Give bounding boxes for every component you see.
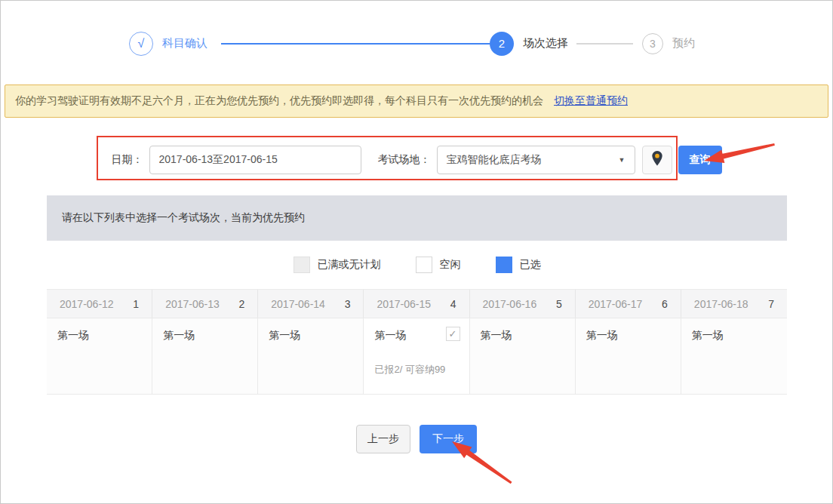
chevron-down-icon: ▼ [619,156,626,164]
step2-label: 场次选择 [523,36,568,51]
date-column-header: 2017-06-18 7 [681,290,787,318]
session-cell[interactable]: 第一场 [152,318,258,394]
step3-label: 预约 [672,36,695,51]
step3-badge: 3 [642,33,663,54]
legend-swatch-full [294,257,310,273]
booking-page: √ 科目确认 2 场次选择 3 预约 你的学习驾驶证明有效期不足六个月，正在为您… [0,0,833,504]
legend-label-full: 已满或无计划 [318,258,381,272]
legend-label-free: 空闲 [440,258,461,272]
notice-text: 你的学习驾驶证明有效期不足六个月，正在为您优先预约，优先预约即选即得，每个科目只… [15,94,543,108]
filter-row: 日期： 考试场地： 宝鸡智能化底店考场 ▼ 查询 [1,146,832,174]
venue-select[interactable]: 宝鸡智能化底店考场 ▼ [437,146,635,174]
legend-label-selected: 已选 [520,258,541,272]
map-pin-icon [650,150,665,170]
legend: 已满或无计划 空闲 已选 [47,241,787,289]
stepper: √ 科目确认 2 场次选择 3 预约 [1,32,832,57]
table-caption: 请在以下列表中选择一个考试场次，当前为优先预约 [47,195,787,241]
date-column-header: 2017-06-12 1 [47,290,152,318]
previous-step-button[interactable]: 上一步 [356,425,410,453]
date-range-input[interactable] [149,146,361,174]
date-column-header: 2017-06-15 4 [364,290,469,318]
legend-swatch-selected [496,257,512,273]
venue-label: 考试场地： [378,153,431,167]
search-button[interactable]: 查询 [678,146,722,174]
date-label: 日期： [112,153,143,167]
date-column-header: 2017-06-13 2 [152,290,258,318]
session-table: 请在以下列表中选择一个考试场次，当前为优先预约 已满或无计划 空闲 已选 201… [47,195,787,395]
session-checkbox-checked[interactable]: ✓ [446,327,460,341]
session-cell[interactable]: 第一场 [470,318,576,394]
step1-check-icon: √ [129,32,153,56]
session-cell[interactable]: 第一场 [576,318,681,394]
session-capacity: 已报2/ 可容纳99 [374,363,458,376]
legend-swatch-free [416,257,432,273]
date-column-header: 2017-06-14 3 [258,290,364,318]
priority-notice-bar: 你的学习驾驶证明有效期不足六个月，正在为您优先预约，优先预约即选即得，每个科目只… [5,85,828,118]
map-location-button[interactable] [642,146,672,174]
legend-item-selected: 已选 [496,257,541,273]
venue-select-value: 宝鸡智能化底店考场 [447,153,542,167]
step2-badge: 2 [490,32,514,56]
session-cell[interactable]: 第一场 [47,318,152,394]
stepper-line-done [221,43,490,45]
date-header-row: 2017-06-12 1 2017-06-13 2 2017-06-14 3 2… [47,289,787,318]
next-step-button[interactable]: 下一步 [420,425,477,453]
session-cell[interactable]: 第一场 [258,318,364,394]
footer-actions: 上一步 下一步 [1,425,832,453]
switch-to-normal-booking-link[interactable]: 切换至普通预约 [554,94,628,108]
date-column-header: 2017-06-17 6 [576,290,681,318]
date-column-header: 2017-06-16 5 [470,290,576,318]
legend-item-full: 已满或无计划 [294,257,381,273]
session-cell-selected[interactable]: 第一场 ✓ 已报2/ 可容纳99 [364,318,469,394]
legend-item-free: 空闲 [416,257,461,273]
session-cell[interactable]: 第一场 [681,318,787,394]
step1-label: 科目确认 [162,36,207,51]
session-row: 第一场 第一场 第一场 第一场 ✓ 已报2/ 可容纳99 第一场 第一场 第一场 [47,318,787,395]
stepper-line-pending [576,43,633,45]
